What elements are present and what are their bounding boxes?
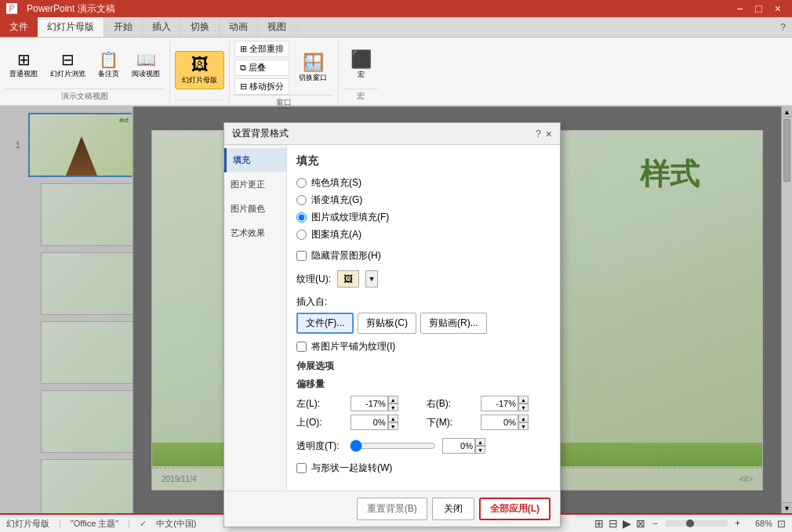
- app-icon: 🅿: [6, 2, 17, 15]
- dialog-titlebar: 设置背景格式 ? ×: [224, 123, 560, 145]
- split-move-btn[interactable]: ⊟移动拆分: [234, 78, 289, 95]
- dialog-help-btn[interactable]: ?: [536, 128, 541, 139]
- ribbon-group-master-label: [175, 100, 224, 102]
- fill-options: 纯色填充(S) 渐变填充(G) 图片或纹理填充(F) 图案填充(A): [296, 176, 550, 241]
- fit-window-btn[interactable]: ⊡: [777, 518, 786, 530]
- view-reading-icon[interactable]: ⊠: [636, 517, 645, 530]
- title-close-btn[interactable]: ×: [770, 2, 786, 15]
- texture-label: 纹理(U):: [296, 273, 331, 286]
- macro-btn[interactable]: ⬛ 宏: [343, 46, 378, 83]
- transparency-input-group[interactable]: ▲ ▼: [442, 438, 485, 454]
- insert-label: 插入自:: [296, 295, 550, 309]
- status-mode: 幻灯片母版: [6, 518, 49, 530]
- offset-bottom-up[interactable]: ▲: [518, 414, 529, 422]
- offset-left-down[interactable]: ▼: [388, 404, 398, 411]
- reading-view-btn[interactable]: 📖 阅读视图: [127, 49, 165, 81]
- title-bar-filename: PowerPoint 演示文稿: [27, 2, 115, 16]
- status-language: 中文(中国): [156, 518, 196, 530]
- offset-bottom-input[interactable]: ▲ ▼: [481, 414, 550, 430]
- offset-right-up[interactable]: ▲: [518, 396, 529, 404]
- title-bar: 🅿 PowerPoint 演示文稿 − □ ×: [0, 0, 792, 17]
- offset-left-label: 左(L):: [296, 397, 344, 411]
- offset-top-input[interactable]: ▲ ▼: [351, 414, 420, 430]
- offset-bottom-label: 下(M):: [427, 416, 474, 429]
- ribbon: ⊞ 普通视图 ⊟ 幻灯片浏览 📋 备注页 📖 阅读视图 演示文稿视图 🖼 幻灯片…: [0, 38, 792, 107]
- close-btn[interactable]: 关闭: [432, 498, 474, 520]
- ribbon-tabs: 文件 幻灯片母版 开始 插入 切换 动画 视图 ?: [0, 17, 792, 38]
- transparency-input[interactable]: [442, 438, 475, 454]
- switch-window-btn[interactable]: 🪟 切换窗口: [292, 49, 333, 86]
- title-minimize-btn[interactable]: −: [732, 2, 747, 15]
- insert-clipart-btn[interactable]: 剪贴画(R)...: [420, 313, 487, 334]
- status-separator-1: |: [59, 519, 61, 528]
- transparency-up[interactable]: ▲: [475, 438, 485, 446]
- view-normal-icon[interactable]: ⊞: [594, 517, 604, 530]
- notes-page-btn[interactable]: 📋 备注页: [93, 49, 124, 81]
- insert-clipboard-btn[interactable]: 剪贴板(C): [358, 313, 416, 334]
- rotate-checkbox[interactable]: 与形状一起旋转(W): [296, 461, 550, 475]
- normal-view-btn[interactable]: ⊞ 普通视图: [5, 49, 42, 81]
- sidebar-item-fill[interactable]: 填充: [224, 148, 286, 172]
- tile-checkbox[interactable]: 将图片平铺为纹理(I): [296, 340, 550, 353]
- offset-top-label: 上(O):: [296, 416, 344, 429]
- offset-right-input[interactable]: ▲ ▼: [481, 396, 550, 411]
- insert-file-btn[interactable]: 文件(F)...: [296, 313, 354, 334]
- dialog-close-btn[interactable]: ×: [546, 128, 552, 140]
- sidebar-item-picture-color[interactable]: 图片颜色: [224, 197, 286, 221]
- ribbon-group-master: 🖼 幻灯片母版: [170, 41, 230, 102]
- zoom-plus-btn[interactable]: +: [732, 518, 743, 529]
- sidebar-item-artistic[interactable]: 艺术效果: [224, 221, 286, 245]
- transparency-slider[interactable]: [350, 440, 436, 452]
- texture-dropdown-btn[interactable]: ▼: [365, 270, 378, 288]
- dialog-main-content: 填充 纯色填充(S) 渐变填充(G) 图片或纹理填充(F): [287, 145, 560, 490]
- slide-sorter-btn[interactable]: ⊟ 幻灯片浏览: [45, 49, 90, 81]
- background-format-dialog: 设置背景格式 ? × 填充 图片更正 图片颜色 艺术效果 填充: [223, 122, 561, 527]
- tab-insert[interactable]: 插入: [143, 17, 181, 37]
- offset-left-up[interactable]: ▲: [388, 396, 398, 404]
- offset-top-down[interactable]: ▼: [388, 422, 398, 430]
- view-show-icon[interactable]: ▶: [623, 517, 631, 530]
- offset-left-input[interactable]: ▲ ▼: [351, 396, 420, 411]
- tab-slide-master[interactable]: 幻灯片母版: [38, 17, 104, 37]
- ribbon-group-macro: ⬛ 宏 宏: [339, 41, 383, 102]
- tab-file[interactable]: 文件: [0, 17, 38, 37]
- fill-pattern-radio[interactable]: 图案填充(A): [296, 228, 550, 241]
- arrange-all-btn[interactable]: ⊞全部重排: [234, 41, 289, 57]
- texture-preview-btn[interactable]: 🖼: [337, 270, 359, 288]
- stretch-label: 伸展选项: [296, 360, 550, 373]
- tab-start[interactable]: 开始: [104, 17, 143, 37]
- ribbon-group-window: ⊞全部重排 ⧉层叠 ⊟移动拆分 🪟 切换窗口 窗口: [230, 41, 339, 102]
- dialog-footer: 重置背景(B) 关闭 全部应用(L): [224, 490, 560, 527]
- cascade-btn[interactable]: ⧉层叠: [234, 60, 289, 76]
- fill-solid-radio[interactable]: 纯色填充(S): [296, 176, 550, 190]
- offset-bottom-down[interactable]: ▼: [518, 422, 529, 430]
- ribbon-group-view: ⊞ 普通视图 ⊟ 幻灯片浏览 📋 备注页 📖 阅读视图 演示文稿视图: [0, 41, 170, 102]
- dialog-sidebar: 填充 图片更正 图片颜色 艺术效果: [224, 145, 287, 490]
- offset-right-down[interactable]: ▼: [518, 404, 529, 411]
- fill-picture-radio[interactable]: 图片或纹理填充(F): [296, 211, 550, 224]
- transparency-down[interactable]: ▼: [475, 446, 485, 454]
- tab-transition[interactable]: 切换: [181, 17, 220, 37]
- help-btn[interactable]: ?: [774, 17, 792, 37]
- title-maximize-btn[interactable]: □: [750, 2, 766, 15]
- status-separator-2: |: [128, 519, 130, 528]
- offset-label: 偏移量: [296, 378, 550, 391]
- slide-master-btn[interactable]: 🖼 幻灯片母版: [175, 51, 224, 89]
- zoom-minus-btn[interactable]: −: [650, 518, 660, 529]
- tab-view[interactable]: 视图: [258, 17, 296, 37]
- zoom-level[interactable]: 68%: [747, 519, 772, 528]
- ribbon-group-macro-label: 宏: [343, 89, 378, 102]
- tab-animation[interactable]: 动画: [220, 17, 258, 37]
- check-icon: ✓: [140, 519, 147, 529]
- reset-bg-btn[interactable]: 重置背景(B): [357, 498, 427, 520]
- view-grid-icon[interactable]: ⊟: [609, 517, 618, 530]
- offset-top-up[interactable]: ▲: [388, 414, 398, 422]
- hide-bg-checkbox[interactable]: 隐藏背景图形(H): [296, 249, 550, 262]
- ribbon-group-view-label: 演示文稿视图: [5, 89, 165, 102]
- offset-section: 偏移量 左(L): ▲ ▼ 右(B):: [296, 378, 550, 430]
- apply-all-btn[interactable]: 全部应用(L): [479, 498, 550, 520]
- offset-right-label: 右(B):: [427, 397, 474, 411]
- fill-gradient-radio[interactable]: 渐变填充(G): [296, 194, 550, 207]
- sidebar-item-picture-correct[interactable]: 图片更正: [224, 172, 286, 197]
- zoom-slider-track[interactable]: [665, 520, 728, 527]
